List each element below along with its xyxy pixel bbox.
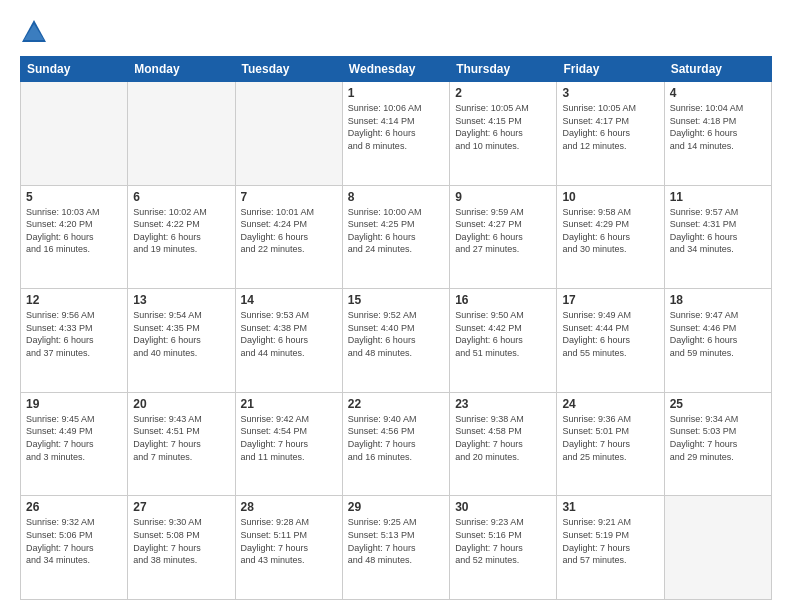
calendar-cell: 3Sunrise: 10:05 AMSunset: 4:17 PMDayligh… [557, 82, 664, 186]
day-info: Sunrise: 9:40 AMSunset: 4:56 PMDaylight:… [348, 413, 444, 463]
calendar-cell: 10Sunrise: 9:58 AMSunset: 4:29 PMDayligh… [557, 185, 664, 289]
day-info: Sunrise: 9:53 AMSunset: 4:38 PMDaylight:… [241, 309, 337, 359]
day-number: 21 [241, 397, 337, 411]
day-info: Sunrise: 9:30 AMSunset: 5:08 PMDaylight:… [133, 516, 229, 566]
day-info: Sunrise: 10:01 AMSunset: 4:24 PMDaylight… [241, 206, 337, 256]
day-number: 18 [670, 293, 766, 307]
calendar-cell: 9Sunrise: 9:59 AMSunset: 4:27 PMDaylight… [450, 185, 557, 289]
day-info: Sunrise: 9:49 AMSunset: 4:44 PMDaylight:… [562, 309, 658, 359]
day-info: Sunrise: 9:28 AMSunset: 5:11 PMDaylight:… [241, 516, 337, 566]
day-info: Sunrise: 10:02 AMSunset: 4:22 PMDaylight… [133, 206, 229, 256]
day-info: Sunrise: 9:57 AMSunset: 4:31 PMDaylight:… [670, 206, 766, 256]
day-info: Sunrise: 9:52 AMSunset: 4:40 PMDaylight:… [348, 309, 444, 359]
calendar-cell: 15Sunrise: 9:52 AMSunset: 4:40 PMDayligh… [342, 289, 449, 393]
calendar-cell [128, 82, 235, 186]
header [20, 18, 772, 46]
calendar-cell: 21Sunrise: 9:42 AMSunset: 4:54 PMDayligh… [235, 392, 342, 496]
day-number: 16 [455, 293, 551, 307]
calendar-cell: 14Sunrise: 9:53 AMSunset: 4:38 PMDayligh… [235, 289, 342, 393]
calendar-cell: 24Sunrise: 9:36 AMSunset: 5:01 PMDayligh… [557, 392, 664, 496]
day-info: Sunrise: 10:06 AMSunset: 4:14 PMDaylight… [348, 102, 444, 152]
day-number: 30 [455, 500, 551, 514]
day-number: 22 [348, 397, 444, 411]
day-info: Sunrise: 9:36 AMSunset: 5:01 PMDaylight:… [562, 413, 658, 463]
day-number: 12 [26, 293, 122, 307]
week-row-1: 5Sunrise: 10:03 AMSunset: 4:20 PMDayligh… [21, 185, 772, 289]
day-number: 8 [348, 190, 444, 204]
day-number: 5 [26, 190, 122, 204]
weekday-header-monday: Monday [128, 57, 235, 82]
day-number: 11 [670, 190, 766, 204]
calendar-cell [21, 82, 128, 186]
day-info: Sunrise: 9:59 AMSunset: 4:27 PMDaylight:… [455, 206, 551, 256]
calendar-cell: 11Sunrise: 9:57 AMSunset: 4:31 PMDayligh… [664, 185, 771, 289]
day-info: Sunrise: 9:32 AMSunset: 5:06 PMDaylight:… [26, 516, 122, 566]
calendar-cell: 17Sunrise: 9:49 AMSunset: 4:44 PMDayligh… [557, 289, 664, 393]
calendar-cell [235, 82, 342, 186]
day-number: 4 [670, 86, 766, 100]
page: SundayMondayTuesdayWednesdayThursdayFrid… [0, 0, 792, 612]
calendar-cell: 27Sunrise: 9:30 AMSunset: 5:08 PMDayligh… [128, 496, 235, 600]
day-number: 2 [455, 86, 551, 100]
calendar-cell: 29Sunrise: 9:25 AMSunset: 5:13 PMDayligh… [342, 496, 449, 600]
day-number: 19 [26, 397, 122, 411]
day-info: Sunrise: 9:54 AMSunset: 4:35 PMDaylight:… [133, 309, 229, 359]
calendar-cell [664, 496, 771, 600]
calendar-cell: 13Sunrise: 9:54 AMSunset: 4:35 PMDayligh… [128, 289, 235, 393]
day-number: 13 [133, 293, 229, 307]
calendar-cell: 4Sunrise: 10:04 AMSunset: 4:18 PMDayligh… [664, 82, 771, 186]
day-info: Sunrise: 9:58 AMSunset: 4:29 PMDaylight:… [562, 206, 658, 256]
day-info: Sunrise: 9:50 AMSunset: 4:42 PMDaylight:… [455, 309, 551, 359]
calendar-cell: 23Sunrise: 9:38 AMSunset: 4:58 PMDayligh… [450, 392, 557, 496]
day-info: Sunrise: 9:45 AMSunset: 4:49 PMDaylight:… [26, 413, 122, 463]
logo [20, 18, 52, 46]
day-info: Sunrise: 10:00 AMSunset: 4:25 PMDaylight… [348, 206, 444, 256]
calendar-cell: 1Sunrise: 10:06 AMSunset: 4:14 PMDayligh… [342, 82, 449, 186]
day-number: 23 [455, 397, 551, 411]
day-number: 28 [241, 500, 337, 514]
weekday-header-wednesday: Wednesday [342, 57, 449, 82]
day-number: 27 [133, 500, 229, 514]
weekday-header-friday: Friday [557, 57, 664, 82]
day-info: Sunrise: 9:42 AMSunset: 4:54 PMDaylight:… [241, 413, 337, 463]
day-info: Sunrise: 9:38 AMSunset: 4:58 PMDaylight:… [455, 413, 551, 463]
calendar-cell: 18Sunrise: 9:47 AMSunset: 4:46 PMDayligh… [664, 289, 771, 393]
week-row-0: 1Sunrise: 10:06 AMSunset: 4:14 PMDayligh… [21, 82, 772, 186]
week-row-4: 26Sunrise: 9:32 AMSunset: 5:06 PMDayligh… [21, 496, 772, 600]
calendar-cell: 19Sunrise: 9:45 AMSunset: 4:49 PMDayligh… [21, 392, 128, 496]
weekday-header-saturday: Saturday [664, 57, 771, 82]
calendar-cell: 6Sunrise: 10:02 AMSunset: 4:22 PMDayligh… [128, 185, 235, 289]
day-number: 9 [455, 190, 551, 204]
calendar-cell: 5Sunrise: 10:03 AMSunset: 4:20 PMDayligh… [21, 185, 128, 289]
calendar-cell: 20Sunrise: 9:43 AMSunset: 4:51 PMDayligh… [128, 392, 235, 496]
calendar-cell: 25Sunrise: 9:34 AMSunset: 5:03 PMDayligh… [664, 392, 771, 496]
weekday-header-thursday: Thursday [450, 57, 557, 82]
day-info: Sunrise: 10:05 AMSunset: 4:15 PMDaylight… [455, 102, 551, 152]
day-number: 26 [26, 500, 122, 514]
day-number: 1 [348, 86, 444, 100]
day-number: 3 [562, 86, 658, 100]
calendar-cell: 30Sunrise: 9:23 AMSunset: 5:16 PMDayligh… [450, 496, 557, 600]
calendar-cell: 28Sunrise: 9:28 AMSunset: 5:11 PMDayligh… [235, 496, 342, 600]
calendar-cell: 26Sunrise: 9:32 AMSunset: 5:06 PMDayligh… [21, 496, 128, 600]
day-info: Sunrise: 9:43 AMSunset: 4:51 PMDaylight:… [133, 413, 229, 463]
day-info: Sunrise: 9:23 AMSunset: 5:16 PMDaylight:… [455, 516, 551, 566]
day-number: 24 [562, 397, 658, 411]
day-info: Sunrise: 9:47 AMSunset: 4:46 PMDaylight:… [670, 309, 766, 359]
calendar-cell: 22Sunrise: 9:40 AMSunset: 4:56 PMDayligh… [342, 392, 449, 496]
calendar-cell: 12Sunrise: 9:56 AMSunset: 4:33 PMDayligh… [21, 289, 128, 393]
week-row-3: 19Sunrise: 9:45 AMSunset: 4:49 PMDayligh… [21, 392, 772, 496]
day-number: 6 [133, 190, 229, 204]
calendar-cell: 2Sunrise: 10:05 AMSunset: 4:15 PMDayligh… [450, 82, 557, 186]
calendar-cell: 31Sunrise: 9:21 AMSunset: 5:19 PMDayligh… [557, 496, 664, 600]
calendar-cell: 8Sunrise: 10:00 AMSunset: 4:25 PMDayligh… [342, 185, 449, 289]
calendar-cell: 16Sunrise: 9:50 AMSunset: 4:42 PMDayligh… [450, 289, 557, 393]
day-number: 31 [562, 500, 658, 514]
day-info: Sunrise: 10:05 AMSunset: 4:17 PMDaylight… [562, 102, 658, 152]
day-number: 15 [348, 293, 444, 307]
calendar-cell: 7Sunrise: 10:01 AMSunset: 4:24 PMDayligh… [235, 185, 342, 289]
day-info: Sunrise: 9:21 AMSunset: 5:19 PMDaylight:… [562, 516, 658, 566]
day-info: Sunrise: 10:03 AMSunset: 4:20 PMDaylight… [26, 206, 122, 256]
day-number: 20 [133, 397, 229, 411]
calendar-table: SundayMondayTuesdayWednesdayThursdayFrid… [20, 56, 772, 600]
